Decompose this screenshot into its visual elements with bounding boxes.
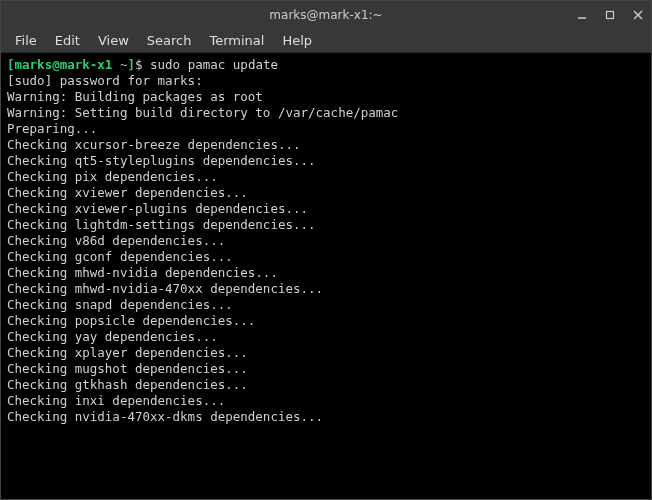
prompt-user: marks bbox=[15, 57, 53, 72]
output-line: Preparing... bbox=[7, 121, 97, 136]
output-line: Checking xviewer-plugins dependencies... bbox=[7, 201, 308, 216]
output-line: Checking qt5-styleplugins dependencies..… bbox=[7, 153, 316, 168]
prompt-bracket-close: ] bbox=[127, 57, 135, 72]
output-line: Checking inxi dependencies... bbox=[7, 393, 225, 408]
output-line: Checking xcursor-breeze dependencies... bbox=[7, 137, 301, 152]
output-line: Checking mhwd-nvidia dependencies... bbox=[7, 265, 278, 280]
output-line: [sudo] password for marks: bbox=[7, 73, 203, 88]
output-line: Warning: Building packages as root bbox=[7, 89, 263, 104]
prompt-at: @ bbox=[52, 57, 60, 72]
output-line: Checking xviewer dependencies... bbox=[7, 185, 248, 200]
output-line: Checking popsicle dependencies... bbox=[7, 313, 255, 328]
menu-terminal[interactable]: Terminal bbox=[201, 30, 272, 51]
output-line: Checking mugshot dependencies... bbox=[7, 361, 248, 376]
output-line: Checking xplayer dependencies... bbox=[7, 345, 248, 360]
maximize-button[interactable] bbox=[603, 8, 617, 22]
prompt-dollar: $ bbox=[135, 57, 150, 72]
window-title: marks@mark-x1:~ bbox=[269, 8, 382, 22]
output-line: Checking snapd dependencies... bbox=[7, 297, 233, 312]
prompt-bracket-open: [ bbox=[7, 57, 15, 72]
output-line: Checking lightdm-settings dependencies..… bbox=[7, 217, 316, 232]
prompt-host: mark-x1 bbox=[60, 57, 113, 72]
output-line: Checking pix dependencies... bbox=[7, 169, 218, 184]
svg-rect-1 bbox=[607, 12, 614, 19]
window-controls bbox=[575, 8, 645, 22]
prompt-path: ~ bbox=[112, 57, 127, 72]
command-text: sudo pamac update bbox=[150, 57, 278, 72]
menu-search[interactable]: Search bbox=[139, 30, 200, 51]
output-line: Checking gconf dependencies... bbox=[7, 249, 233, 264]
close-button[interactable] bbox=[631, 8, 645, 22]
output-line: Warning: Setting build directory to /var… bbox=[7, 105, 398, 120]
menubar: File Edit View Search Terminal Help bbox=[1, 29, 651, 53]
output-line: Checking gtkhash dependencies... bbox=[7, 377, 248, 392]
output-line: Checking yay dependencies... bbox=[7, 329, 218, 344]
titlebar: marks@mark-x1:~ bbox=[1, 1, 651, 29]
menu-edit[interactable]: Edit bbox=[47, 30, 88, 51]
terminal-output-area[interactable]: [marks@mark-x1 ~]$ sudo pamac update [su… bbox=[1, 53, 651, 499]
menu-file[interactable]: File bbox=[7, 30, 45, 51]
minimize-button[interactable] bbox=[575, 8, 589, 22]
output-line: Checking v86d dependencies... bbox=[7, 233, 225, 248]
output-line: Checking mhwd-nvidia-470xx dependencies.… bbox=[7, 281, 323, 296]
terminal-window: marks@mark-x1:~ File Edit View Search Te… bbox=[0, 0, 652, 500]
menu-view[interactable]: View bbox=[90, 30, 137, 51]
output-line: Checking nvidia-470xx-dkms dependencies.… bbox=[7, 409, 323, 424]
menu-help[interactable]: Help bbox=[274, 30, 320, 51]
